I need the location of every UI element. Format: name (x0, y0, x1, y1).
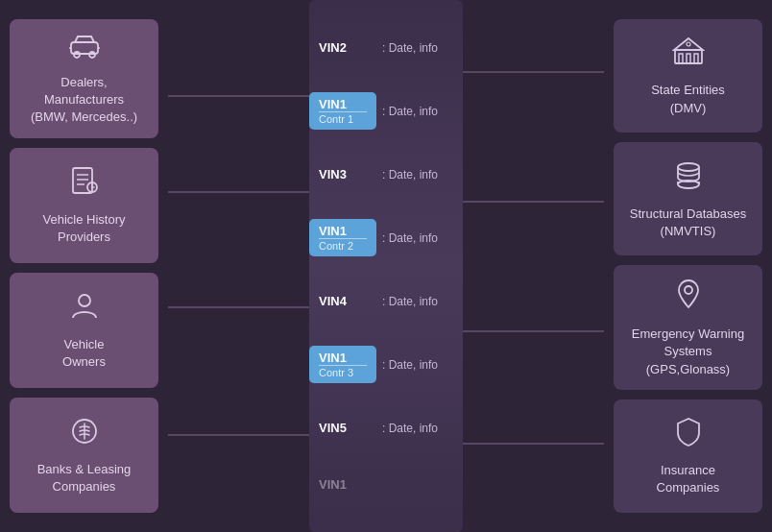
vin-num-1: VIN1 (319, 97, 347, 111)
vin-sub-5: Contr 3 (319, 365, 367, 378)
vin-num-7: VIN1 (319, 477, 347, 492)
center-item-0: VIN2 : Date, info (309, 36, 463, 60)
vin-box-4: VIN4 (309, 289, 376, 313)
svg-rect-23 (687, 54, 690, 63)
gps-icon (675, 278, 702, 318)
svg-point-25 (687, 42, 690, 46)
dealers-box: Dealers, Manufacturers (BMW, Mercedes..) (10, 19, 158, 138)
svg-rect-22 (679, 54, 683, 63)
gps-box: Emergency Warning Systems (GPS,Glonass) (614, 265, 762, 390)
state-entities-label: State Entities (DMV) (651, 82, 725, 116)
vin-label-6: : Date, info (382, 422, 438, 435)
history-providers-label: Vehicle History Providers (43, 211, 126, 246)
vehicle-owners-box: Vehicle Owners (10, 273, 158, 388)
vin-label-3: : Date, info (382, 231, 438, 245)
vin-box-0: VIN2 (309, 36, 376, 60)
center-item-3: VIN1 Contr 2 : Date, info (309, 219, 463, 256)
svg-rect-24 (694, 54, 698, 63)
vin-box-7: VIN1 (309, 472, 376, 496)
vin-box-6: VIN5 (309, 416, 376, 440)
vin-num-6: VIN5 (319, 421, 347, 435)
vin-num-2: VIN3 (319, 167, 347, 181)
center-item-2: VIN3 : Date, info (309, 162, 463, 186)
banks-label: Banks & Leasing Companies (37, 461, 132, 496)
vin-box-3: VIN1 Contr 2 (309, 219, 376, 256)
insurance-label: Insurance Companies (657, 462, 720, 496)
left-column: Dealers, Manufacturers (BMW, Mercedes..)… (0, 0, 168, 532)
vin-box-5: VIN1 Contr 3 (309, 346, 376, 383)
banks-box: Banks & Leasing Companies (10, 398, 158, 513)
center-item-7: VIN1 (309, 472, 463, 496)
gps-label: Emergency Warning Systems (GPS,Glonass) (623, 326, 753, 378)
center-item-4: VIN4 : Date, info (309, 289, 463, 313)
vin-sub-1: Contr 1 (319, 111, 367, 125)
center-item-1: VIN1 Contr 1 : Date, info (309, 92, 463, 130)
vin-num-3: VIN1 (319, 224, 347, 238)
vin-sub-3: Contr 2 (319, 238, 367, 252)
insurance-icon (674, 417, 703, 454)
structural-db-box: Structural Databases (NMVTIS) (614, 142, 762, 255)
svg-point-26 (678, 163, 699, 171)
history-icon (69, 166, 100, 204)
vin-label-2: : Date, info (382, 168, 438, 181)
db-icon (673, 160, 704, 198)
history-providers-box: Vehicle History Providers (10, 148, 158, 263)
svg-point-18 (79, 295, 90, 306)
vin-num-0: VIN2 (319, 40, 347, 55)
vin-num-5: VIN1 (319, 351, 347, 365)
vehicle-owners-label: Vehicle Owners (62, 336, 106, 371)
vin-label-5: : Date, info (382, 358, 438, 372)
center-item-6: VIN5 : Date, info (309, 416, 463, 440)
center-background (309, 0, 463, 532)
svg-point-10 (89, 52, 95, 58)
svg-rect-13 (73, 168, 92, 193)
vin-num-4: VIN4 (319, 294, 347, 308)
center-item-5: VIN1 Contr 3 : Date, info (309, 346, 463, 383)
state-entities-box: State Entities (DMV) (614, 19, 762, 133)
owner-icon (69, 291, 100, 328)
diagram-container: Dealers, Manufacturers (BMW, Mercedes..)… (0, 0, 772, 532)
vin-label-1: : Date, info (382, 105, 438, 118)
car-icon (67, 33, 102, 66)
svg-point-30 (685, 286, 692, 294)
vin-box-2: VIN3 (309, 162, 376, 186)
dealers-label: Dealers, Manufacturers (BMW, Mercedes..) (19, 74, 149, 127)
govt-icon (672, 36, 705, 74)
vin-box-1: VIN1 Contr 1 (309, 92, 376, 130)
structural-db-label: Structural Databases (NMVTIS) (630, 206, 746, 240)
bank-icon (69, 416, 100, 453)
svg-marker-21 (674, 38, 703, 50)
insurance-box: Insurance Companies (614, 399, 762, 513)
svg-point-9 (74, 52, 80, 58)
right-column: State Entities (DMV) Structural Database… (604, 0, 772, 532)
center-column: VIN2 : Date, info VIN1 Contr 1 : Date, i… (168, 0, 604, 532)
vin-label-0: : Date, info (382, 41, 438, 55)
vin-label-4: : Date, info (382, 295, 438, 308)
